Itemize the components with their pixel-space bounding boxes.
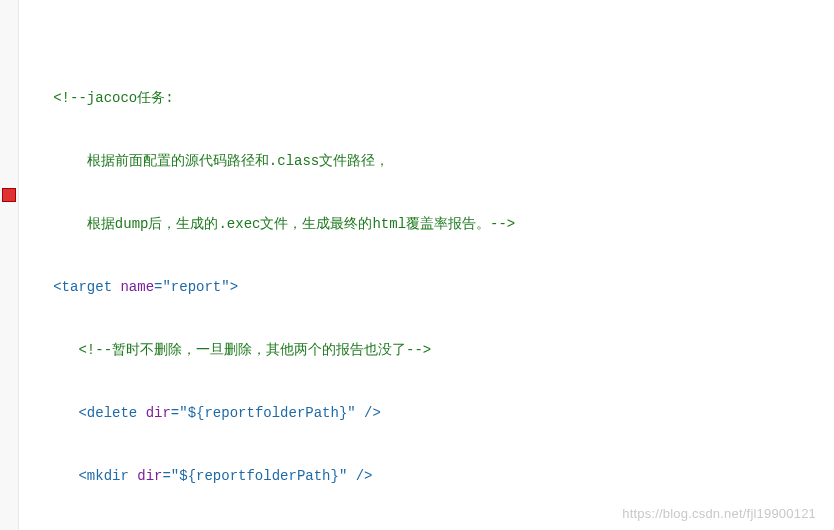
code-editor: <!--jacoco任务: 根据前面配置的源代码路径和.class文件路径， 根… [0,0,834,530]
tag-target-open: <target [53,279,120,295]
tag-delete: <delete [78,405,145,421]
gutter [0,0,19,530]
watermark-text: https://blog.csdn.net/fjl19900121 [622,503,816,524]
comment: 根据dump后，生成的.exec文件，生成最终的html覆盖率报告。--> [53,216,515,232]
tag-mkdir: <mkdir [78,468,137,484]
comment: <!--jacoco任务: [53,90,173,106]
attr-value: "report" [162,279,229,295]
attr-name: name [120,279,154,295]
error-marker-icon [2,188,16,202]
comment: 根据前面配置的源代码路径和.class文件路径， [53,153,389,169]
comment: <!--暂时不删除，一旦删除，其他两个的报告也没了--> [78,342,431,358]
